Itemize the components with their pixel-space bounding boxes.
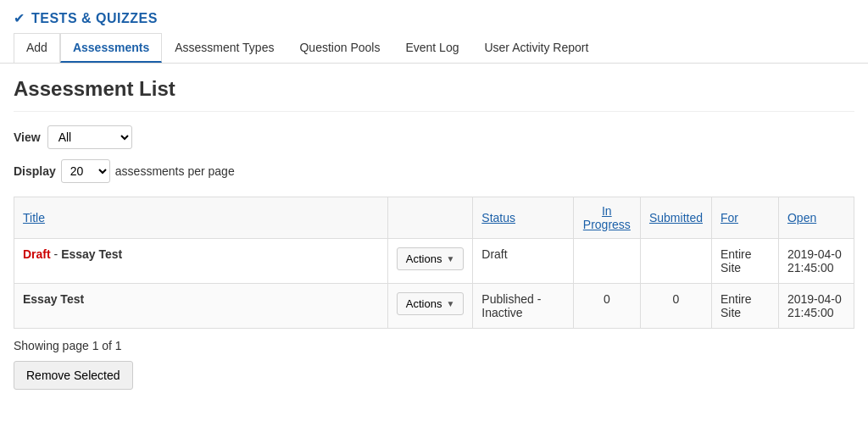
row1-title-main: Essay Test — [61, 247, 122, 261]
tab-bar: Add Assessments Assessment Types Questio… — [14, 33, 854, 63]
pagination-row: Showing page 1 of 1 — [14, 339, 854, 352]
col-in-progress: In Progress — [573, 197, 640, 239]
row2-status-cell: Published - Inactive — [473, 284, 573, 329]
row1-actions-cell: Actions ▼ — [387, 239, 473, 284]
col-submitted-link[interactable]: Submitted — [649, 211, 703, 225]
row1-for-cell: Entire Site — [712, 239, 779, 284]
tab-question-pools[interactable]: Question Pools — [287, 33, 392, 63]
page-header: ✔ TESTS & QUIZZES Add Assessments Assess… — [0, 0, 868, 64]
row1-open-cell: 2019-04-021:45:00 — [778, 239, 854, 284]
col-title-link[interactable]: Title — [23, 211, 45, 225]
row2-submitted-cell: 0 — [640, 284, 711, 329]
row2-actions-label: Actions — [406, 297, 442, 310]
col-for: For — [712, 197, 779, 239]
col-open-link[interactable]: Open — [787, 211, 816, 225]
tab-user-activity-report[interactable]: User Activity Report — [471, 33, 601, 63]
main-content: Assessment List View All Active Inactive… — [0, 64, 868, 403]
app-title: TESTS & QUIZZES — [31, 11, 158, 26]
view-select[interactable]: All Active Inactive Draft — [47, 125, 132, 149]
tab-assessment-types[interactable]: Assessment Types — [162, 33, 287, 63]
col-title: Title — [14, 197, 388, 239]
row2-actions-button[interactable]: Actions ▼ — [397, 292, 465, 315]
row2-title-main: Essay Test — [23, 292, 84, 306]
row1-actions-label: Actions — [406, 252, 442, 265]
display-suffix: assessments per page — [115, 164, 235, 178]
tab-assessments[interactable]: Assessments — [60, 33, 162, 63]
row2-in-progress-cell: 0 — [573, 284, 640, 329]
view-label: View — [14, 130, 41, 144]
assessment-table: Title Status In Progress Submitted For — [14, 197, 854, 329]
table-row: Draft - Essay Test Actions ▼ Draft Entir… — [14, 239, 854, 284]
col-actions-header — [387, 197, 473, 239]
col-status: Status — [473, 197, 573, 239]
col-in-progress-link[interactable]: In Progress — [583, 204, 631, 231]
col-submitted: Submitted — [640, 197, 711, 239]
row2-dropdown-arrow-icon: ▼ — [446, 299, 454, 308]
display-select[interactable]: 10 20 50 100 — [61, 159, 110, 183]
view-row: View All Active Inactive Draft — [14, 125, 854, 149]
pagination-text: Showing page 1 of 1 — [14, 339, 122, 352]
page-wrapper: ✔ TESTS & QUIZZES Add Assessments Assess… — [0, 0, 868, 438]
row1-title-cell: Draft - Essay Test — [14, 239, 388, 284]
col-status-link[interactable]: Status — [481, 211, 515, 225]
row1-actions-button[interactable]: Actions ▼ — [397, 247, 465, 270]
row2-actions-cell: Actions ▼ — [387, 284, 473, 329]
row1-status-cell: Draft — [473, 239, 573, 284]
row2-for-cell: Entire Site — [712, 284, 779, 329]
display-label: Display — [14, 164, 56, 178]
header-title: ✔ TESTS & QUIZZES — [14, 10, 854, 26]
table-header-row: Title Status In Progress Submitted For — [14, 197, 854, 239]
row1-dropdown-arrow-icon: ▼ — [446, 254, 454, 263]
tab-add[interactable]: Add — [14, 33, 60, 63]
page-title: Assessment List — [14, 77, 854, 112]
col-for-link[interactable]: For — [721, 211, 738, 225]
row2-open-cell: 2019-04-021:45:00 — [778, 284, 854, 329]
col-open: Open — [778, 197, 854, 239]
remove-selected-button[interactable]: Remove Selected — [14, 361, 133, 390]
display-row: Display 10 20 50 100 assessments per pag… — [14, 159, 854, 183]
row2-title-cell: Essay Test — [14, 284, 388, 329]
row1-title-separator: - — [51, 247, 61, 261]
row1-submitted-cell — [640, 239, 711, 284]
row1-in-progress-cell — [573, 239, 640, 284]
row1-title-prefix: Draft — [23, 247, 51, 261]
check-icon: ✔ — [14, 10, 25, 26]
table-row: Essay Test Actions ▼ Published - Inactiv… — [14, 284, 854, 329]
tab-event-log[interactable]: Event Log — [392, 33, 471, 63]
